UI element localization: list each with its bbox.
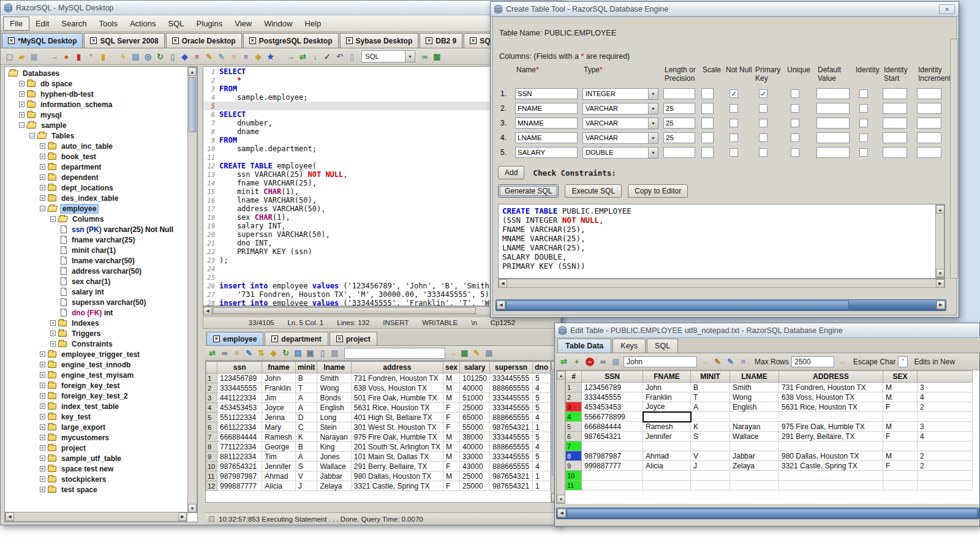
cell[interactable]: Wallace [317,462,351,471]
cell[interactable]: 1 [532,422,550,432]
column-type-dropdown[interactable]: INTEGER▼ [582,88,658,100]
identity-checkbox[interactable] [859,104,868,113]
tree-item[interactable]: +Constraints [5,339,187,349]
cell[interactable]: K [691,422,730,432]
tree-item[interactable]: +department [5,162,187,172]
data-stack-icon[interactable]: ≡ [192,51,202,62]
cell[interactable]: F [443,462,459,471]
edit-table[interactable]: #SSNFNAMEMINITLNAMEADDRESSSEX1123456789J… [565,370,973,490]
cell[interactable] [918,441,973,451]
expander-plus-icon[interactable]: + [40,487,45,492]
cell[interactable] [643,441,691,451]
expander-plus-icon[interactable]: + [40,185,45,190]
default-value-input[interactable] [816,103,850,114]
expander-plus-icon[interactable]: + [19,81,24,86]
tree-item[interactable]: +db space [5,78,187,89]
cell[interactable]: D [295,413,317,422]
expander-plus-icon[interactable]: + [40,164,45,170]
key-results-icon[interactable]: ◆ [268,348,279,358]
cell[interactable]: M [443,373,459,383]
cell[interactable]: 25000 [460,471,490,481]
sql-output-horizontal-scrollbar[interactable] [498,279,945,288]
column-type-dropdown[interactable]: DOUBLE▼ [582,147,658,159]
cell[interactable]: B [691,383,730,392]
cell[interactable]: Jabbar [317,471,351,481]
cell[interactable]: 4 [532,442,550,452]
connection-profile-icon[interactable]: ° [86,51,96,62]
cell[interactable]: 731 Fondren, Houston TX [779,383,883,392]
column-header[interactable]: MINIT [691,371,730,383]
column-name-input[interactable]: SSN [515,88,578,99]
expander-plus-icon[interactable]: + [40,143,45,149]
cell[interactable]: Franklin [262,383,295,393]
cell[interactable]: 201 South St, Arlington TX [351,442,443,452]
row-number[interactable]: 11 [566,481,582,490]
expander-plus-icon[interactable]: + [40,174,45,180]
cell[interactable] [691,481,730,490]
expander-plus-icon[interactable]: + [40,466,45,471]
cell[interactable]: Mary [262,422,295,432]
identity-start-input[interactable] [883,103,907,114]
column-header[interactable]: dno [532,362,550,373]
row-number[interactable]: 3 [566,402,582,412]
table-row[interactable]: 1123456789JohnBSmith731 Fondren, Houston… [566,383,973,392]
cell[interactable]: S [691,432,730,441]
results-grid[interactable]: ssnfnameminitlnameaddresssexsalarysupers… [205,361,551,503]
close-tab-icon[interactable]: × [249,37,256,44]
cell[interactable]: 2 [918,461,973,471]
table-row[interactable]: 5666884444RameshKNarayan975 Fire Oak, Hu… [566,422,973,432]
row-number[interactable]: 2 [566,392,582,402]
cell[interactable]: F [883,402,918,412]
cell[interactable]: 33000 [460,452,490,462]
cell[interactable]: John [262,373,295,383]
cell[interactable]: 453453453 [217,403,262,413]
cell[interactable]: 291 Berry, Bellaire, TX [351,462,443,471]
cell[interactable]: F [443,481,459,491]
column-type-dropdown[interactable]: VARCHAR▼ [582,118,658,129]
tree-item[interactable]: dno (FK) int [5,307,187,318]
column-header[interactable]: superssn [490,362,533,373]
save-grid-icon[interactable]: ▦ [484,348,494,358]
cell[interactable]: 101 Main St, Dallas TX [351,452,443,462]
expander-plus-icon[interactable]: + [50,320,56,326]
highlight-icon[interactable]: ✎ [712,356,723,367]
cell[interactable]: 888665555 [490,383,533,393]
view-refresh-icon[interactable]: ∞ [420,51,430,62]
cell[interactable]: 3 [918,422,973,432]
row-number[interactable]: 8 [206,442,217,452]
tree-item[interactable]: +foreign_key_test_2 [5,391,187,401]
row-number[interactable]: 10 [566,471,582,481]
close-icon[interactable]: × [939,4,955,14]
sort-icon[interactable]: ≡ [241,51,251,62]
cell[interactable]: 5 [532,393,550,403]
close-tab-icon[interactable]: × [90,37,97,44]
table-row[interactable]: 2333445555FranklinTWong638 Voss, Houston… [206,383,551,393]
go-icon[interactable]: → [285,51,296,62]
length-precision-input[interactable] [663,88,695,99]
cell[interactable]: 888665555 [490,462,533,471]
scale-input[interactable] [701,103,714,114]
tree-item[interactable]: lname varchar(50) [5,255,187,266]
tree-item[interactable]: superssn varchar(50) [5,297,187,307]
identity-start-input[interactable] [883,118,907,129]
add-row-icon[interactable]: + [571,356,582,367]
cell[interactable] [730,471,779,481]
expander-plus-icon[interactable]: + [40,445,45,451]
cell[interactable]: 3321 Castle, Spring TX [779,461,883,471]
tree-item[interactable]: address varchar(50) [5,266,187,276]
cell[interactable]: 975 Fire Oak, Humble TX [779,422,883,432]
expander-plus-icon[interactable]: + [50,341,56,347]
results-search-input[interactable] [344,348,445,359]
cell[interactable]: 5 [532,403,550,413]
connection-tab[interactable]: ×*MySQL Desktop [2,33,83,48]
scale-input[interactable] [701,118,714,129]
length-precision-input[interactable]: 25 [663,103,695,114]
window-vertical-scrollbar[interactable] [950,39,958,279]
cell[interactable] [691,441,730,451]
cell[interactable]: 38000 [460,432,490,442]
expander-plus-icon[interactable]: + [40,351,45,357]
scroll-down-icon[interactable] [557,495,565,503]
cell[interactable] [779,471,883,481]
compare-icon[interactable]: ◆ [179,51,190,62]
alter-table-icon[interactable]: ✎ [216,51,227,62]
